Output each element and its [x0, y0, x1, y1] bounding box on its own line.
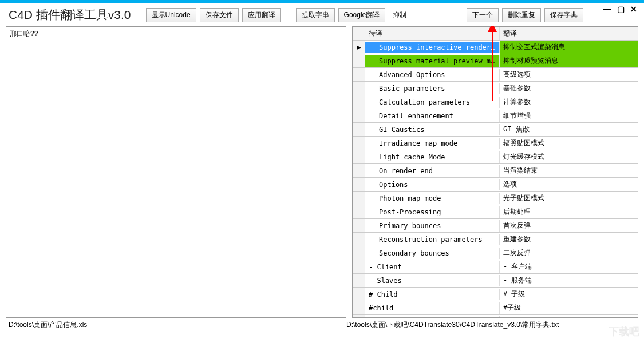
row-selector[interactable] [353, 315, 365, 317]
table-row[interactable]: # Child # 子级 [353, 288, 638, 301]
table-row[interactable]: On render end当渲染结束 [353, 164, 638, 178]
next-button[interactable]: 下一个 [467, 8, 499, 22]
table-row[interactable]: Advanced Options高级选项 [353, 68, 638, 82]
cell-source[interactable]: Secondary bounces [365, 248, 500, 259]
row-selector[interactable] [353, 274, 365, 287]
table-row[interactable]: Photon map mode光子贴图模式 [353, 192, 638, 205]
cell-source[interactable]: Basic parameters [365, 83, 500, 94]
cell-source[interactable]: Reconstruction parameters [365, 234, 500, 245]
cell-translation[interactable]: 高级选项 [500, 68, 638, 81]
cell-source[interactable]: Post-Processing [365, 206, 500, 218]
cell-source[interactable]: Acting Time [365, 316, 500, 318]
cell-source[interactable]: Light cache Mode [365, 151, 500, 163]
table-row[interactable]: Options选项 [353, 178, 638, 192]
cell-translation[interactable]: 选项 [500, 178, 638, 191]
header-translation[interactable]: 翻译 [500, 27, 638, 40]
row-selector[interactable] [353, 95, 365, 109]
cell-translation[interactable]: 抑制交互式渲染消息 [500, 41, 638, 54]
cell-translation[interactable]: - 服务端 [500, 274, 638, 287]
cell-translation[interactable]: 代理时间 [500, 315, 638, 317]
cell-translation[interactable]: 后期处理 [500, 205, 638, 218]
extract-strings-button[interactable]: 提取字串 [296, 8, 335, 22]
header-source[interactable]: 待译 [365, 27, 500, 40]
row-selector[interactable] [353, 246, 365, 260]
row-selector[interactable] [353, 260, 365, 273]
cell-translation[interactable]: #子级 [500, 301, 638, 314]
row-selector[interactable] [353, 54, 365, 67]
cell-source[interactable]: - Slaves [365, 275, 500, 286]
row-selector[interactable] [353, 123, 365, 136]
cell-source[interactable]: Irradiance map mode [365, 138, 500, 149]
table-row[interactable]: - Client - 客户端 [353, 260, 638, 274]
row-selector[interactable] [353, 219, 365, 232]
cell-source[interactable]: Suppress interactive rendering... [365, 42, 500, 53]
row-selector[interactable] [353, 288, 365, 301]
cell-translation[interactable]: 抑制材质预览消息 [500, 54, 638, 67]
row-selector[interactable] [353, 205, 365, 218]
cell-source[interactable]: - Client [365, 261, 500, 273]
table-row[interactable]: Post-Processing后期处理 [353, 205, 638, 219]
show-unicode-button[interactable]: 显示Unicode [146, 8, 196, 22]
cell-source[interactable]: Advanced Options [365, 69, 500, 81]
table-row[interactable]: - Slaves - 服务端 [353, 274, 638, 288]
table-row[interactable]: GI CausticsGI 焦散 [353, 123, 638, 137]
table-row[interactable]: Primary bounces首次反弹 [353, 219, 638, 233]
table-row[interactable]: Acting Time代理时间 [353, 315, 638, 317]
cell-translation[interactable]: 灯光缓存模式 [500, 150, 638, 163]
row-selector[interactable]: ▶ [353, 41, 365, 54]
save-dictionary-button[interactable]: 保存字典 [544, 8, 583, 22]
cell-source[interactable]: Photon map mode [365, 193, 500, 204]
row-selector[interactable] [353, 109, 365, 122]
row-selector[interactable] [353, 301, 365, 314]
row-selector[interactable] [353, 68, 365, 81]
search-input[interactable] [389, 9, 463, 21]
cell-source[interactable]: Options [365, 179, 500, 190]
cell-translation[interactable]: 计算参数 [500, 95, 638, 109]
row-selector[interactable] [353, 192, 365, 205]
row-selector[interactable] [353, 137, 365, 150]
table-row[interactable]: Detail enhancement细节增强 [353, 109, 638, 123]
cell-source[interactable]: Calculation parameters [365, 97, 500, 108]
cell-translation[interactable]: - 客户端 [500, 260, 638, 273]
cell-translation[interactable]: 重建参数 [500, 233, 638, 246]
cell-translation[interactable]: GI 焦散 [500, 123, 638, 136]
table-row[interactable]: Light cache Mode灯光缓存模式 [353, 150, 638, 164]
cell-source[interactable]: GI Caustics [365, 124, 500, 135]
table-row[interactable]: Reconstruction parameters重建参数 [353, 233, 638, 246]
cell-translation[interactable]: 当渲染结束 [500, 164, 638, 177]
table-row[interactable]: Basic parameters基础参数 [353, 82, 638, 95]
cell-source[interactable]: Primary bounces [365, 220, 500, 232]
table-row[interactable]: #child #子级 [353, 301, 638, 315]
cell-source[interactable]: #child [365, 302, 500, 314]
cell-source[interactable]: On render end [365, 165, 500, 177]
row-selector[interactable] [353, 233, 365, 246]
table-row[interactable]: Suppress material preview mess...抑制材质预览消… [353, 54, 638, 68]
cell-translation[interactable]: 基础参数 [500, 82, 638, 95]
row-selector[interactable] [353, 150, 365, 163]
cell-translation[interactable]: 光子贴图模式 [500, 192, 638, 205]
table-row[interactable]: Irradiance map mode辐照贴图模式 [353, 137, 638, 150]
cell-source[interactable]: # Child [365, 289, 500, 300]
cell-source[interactable]: Suppress material preview mess... [365, 55, 500, 67]
row-selector[interactable] [353, 164, 365, 177]
text-editor-pane[interactable]: 邢口喑?? [6, 26, 346, 318]
row-selector[interactable] [353, 82, 365, 95]
cell-translation[interactable]: 细节增强 [500, 109, 638, 122]
cell-translation[interactable]: 首次反弹 [500, 219, 638, 232]
cell-translation[interactable]: 辐照贴图模式 [500, 137, 638, 150]
close-button[interactable]: ✕ [630, 5, 637, 14]
save-file-button[interactable]: 保存文件 [200, 8, 239, 22]
table-body[interactable]: ▶Suppress interactive rendering...抑制交互式渲… [353, 41, 638, 317]
apply-translate-button[interactable]: 应用翻译 [242, 8, 281, 22]
table-row[interactable]: Secondary bounces二次反弹 [353, 246, 638, 260]
cell-source[interactable]: Detail enhancement [365, 110, 500, 122]
table-row[interactable]: Calculation parameters计算参数 [353, 95, 638, 109]
maximize-button[interactable]: ▢ [617, 5, 625, 14]
cell-translation[interactable]: # 子级 [500, 288, 638, 301]
minimize-button[interactable]: — [603, 5, 611, 14]
row-selector[interactable] [353, 178, 365, 191]
cell-translation[interactable]: 二次反弹 [500, 246, 638, 260]
google-translate-button[interactable]: Google翻译 [338, 8, 386, 22]
table-row[interactable]: ▶Suppress interactive rendering...抑制交互式渲… [353, 41, 638, 54]
remove-duplicate-button[interactable]: 删除重复 [502, 8, 541, 22]
